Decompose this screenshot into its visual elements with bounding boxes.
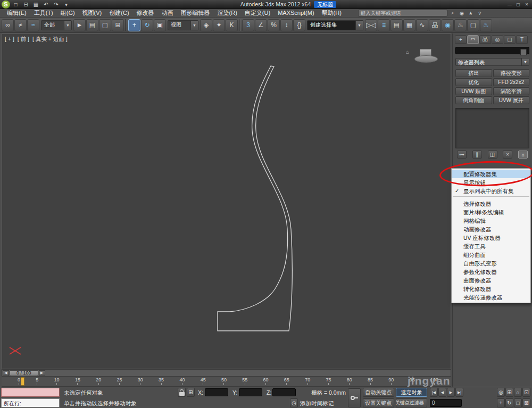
help-icon[interactable]: ?: [476, 10, 484, 16]
zoom-extents-icon[interactable]: ⌂: [514, 388, 522, 397]
spline-object[interactable]: [218, 66, 292, 331]
rendered-frame-window-icon[interactable]: ▢: [467, 19, 479, 31]
percent-snap-icon[interactable]: %: [268, 19, 280, 31]
select-and-move-icon[interactable]: +: [128, 19, 140, 31]
maximize-viewport-icon[interactable]: ⊠: [522, 398, 530, 407]
key-filters-button[interactable]: 关键点过滤器...: [396, 398, 427, 407]
menu-item[interactable]: 视图(V): [79, 9, 106, 17]
schematic-view-icon[interactable]: 品: [429, 19, 441, 31]
modifier-button[interactable]: 挤出: [455, 69, 492, 77]
absolute-relative-mode-icon[interactable]: ⊞: [187, 388, 195, 397]
zoom-all-icon[interactable]: ⊞: [505, 388, 513, 397]
menu-item[interactable]: 组(G): [57, 9, 79, 17]
create-tab[interactable]: +: [455, 35, 467, 44]
modifier-list-dropdown[interactable]: 修改器列表 ▼: [455, 58, 529, 66]
curve-editor-icon[interactable]: ∿: [416, 19, 428, 31]
context-menu-item[interactable]: 显示按钮: [452, 178, 530, 187]
macro-recorder-field[interactable]: [1, 388, 60, 397]
angle-snap-icon[interactable]: ∠: [255, 19, 267, 31]
context-menu-item[interactable]: 转化修改器: [452, 285, 530, 293]
maxscript-listener-field[interactable]: 所在行:: [1, 398, 60, 407]
select-object-icon[interactable]: ►: [73, 19, 86, 31]
communication-center-icon[interactable]: ◉: [458, 10, 466, 16]
layer-manager-icon[interactable]: ▤: [390, 19, 403, 31]
show-end-result-icon[interactable]: ∥: [472, 151, 482, 159]
rectangular-selection-region-icon[interactable]: ▢: [99, 19, 111, 31]
modifier-button[interactable]: 倒角剖面: [455, 96, 492, 104]
menu-item[interactable]: 自定义(U): [241, 9, 274, 17]
window-crossing-icon[interactable]: ⊞: [112, 19, 124, 31]
track-ruler[interactable]: 0 5 10 15 20 25 30 35 40 45 50 55: [2, 377, 451, 387]
unlink-selection-icon[interactable]: ≠: [14, 19, 27, 31]
select-and-manipulate-icon[interactable]: ✦: [213, 19, 225, 31]
display-tab[interactable]: ▢: [504, 35, 516, 44]
select-and-link-icon[interactable]: ∞: [2, 19, 14, 31]
viewport-shading-menu[interactable]: [ 真实 + 边面 ]: [32, 36, 68, 43]
context-menu-item[interactable]: 参数化修改器: [452, 268, 530, 276]
material-editor-icon[interactable]: ◉: [442, 19, 454, 31]
menu-item[interactable]: 渲染(R): [214, 9, 241, 17]
current-time-field[interactable]: [430, 399, 462, 407]
set-key-button[interactable]: 设置关键点: [363, 398, 394, 407]
modifier-button[interactable]: 涡轮平滑: [493, 87, 530, 95]
viewport-general-menu[interactable]: [ + ]: [5, 36, 14, 43]
viewport-pov-menu[interactable]: [ 前 ]: [18, 36, 29, 43]
hierarchy-tab[interactable]: 品: [479, 35, 491, 44]
select-by-name-icon[interactable]: ▤: [86, 19, 98, 31]
named-selection-sets-dropdown[interactable]: 创建选择集 ▼: [307, 20, 363, 30]
keyboard-shortcut-override-icon[interactable]: K: [226, 19, 238, 31]
context-menu-item[interactable]: UV 座标修改器: [452, 234, 530, 242]
context-menu-item[interactable]: 选择修改器: [452, 199, 530, 208]
menu-item[interactable]: 创建(C): [105, 9, 132, 17]
context-menu-item[interactable]: 光能传递修改器: [452, 293, 530, 302]
context-menu-item[interactable]: 曲面修改器: [452, 276, 530, 285]
modifier-button[interactable]: UVW 贴图: [455, 87, 492, 95]
spinner-snap-icon[interactable]: ↕: [280, 19, 293, 31]
context-menu-item[interactable]: 配置修改器集: [452, 170, 530, 178]
configure-modifier-sets-icon[interactable]: ☼: [518, 151, 528, 159]
go-to-start-icon[interactable]: |◀: [430, 388, 438, 397]
close-button[interactable]: ✕: [523, 1, 530, 7]
search-icon[interactable]: ⌕: [449, 10, 456, 16]
redo-icon[interactable]: ↷: [52, 1, 61, 8]
undo-icon[interactable]: ↶: [41, 1, 51, 8]
render-production-icon[interactable]: ♨: [480, 19, 492, 31]
time-slider-handle[interactable]: 0 / 100: [10, 370, 38, 376]
menu-item[interactable]: 图形编辑器: [177, 9, 214, 17]
context-menu-item[interactable]: 细分曲面: [452, 251, 530, 259]
play-icon[interactable]: ▶: [447, 388, 455, 397]
modifier-button[interactable]: 优化: [455, 78, 492, 86]
make-unique-icon[interactable]: ◫: [488, 151, 497, 159]
favorites-icon[interactable]: ★: [467, 10, 475, 16]
menu-item[interactable]: 编辑(E): [3, 9, 30, 17]
select-and-rotate-icon[interactable]: ↻: [141, 19, 153, 31]
time-slider-prev-icon[interactable]: ◀: [3, 370, 9, 376]
viewcube[interactable]: ⌂: [413, 48, 439, 67]
viewport-canvas[interactable]: [2, 34, 451, 369]
pin-stack-icon[interactable]: ⊶: [457, 151, 467, 159]
viewcube-home-icon[interactable]: ⌂: [406, 49, 409, 55]
context-menu-item[interactable]: 动画修改器: [452, 225, 530, 234]
y-coordinate-field[interactable]: [239, 388, 262, 396]
context-menu-item[interactable]: 面片/样条线编辑: [452, 208, 530, 217]
selected-object-dropdown[interactable]: 选定对象: [396, 388, 427, 397]
set-key-mode-button[interactable]: [348, 388, 361, 407]
prev-frame-icon[interactable]: ◀: [438, 388, 446, 397]
menu-item[interactable]: 帮助(H): [318, 9, 345, 17]
bind-to-space-warp-icon[interactable]: ≈: [27, 19, 39, 31]
reference-coordinate-system-dropdown[interactable]: 视图 ▼: [168, 20, 198, 30]
render-setup-icon[interactable]: ♨: [454, 19, 467, 31]
time-position-marker[interactable]: [21, 377, 24, 386]
z-coordinate-field[interactable]: [272, 388, 296, 396]
modifier-button[interactable]: FFD 2x2x2: [493, 78, 530, 86]
remove-modifier-icon[interactable]: ×: [503, 151, 512, 159]
pan-icon[interactable]: +: [497, 398, 505, 407]
menu-item[interactable]: 工具(T): [30, 9, 57, 17]
modifier-button[interactable]: 路径变形: [493, 69, 530, 77]
maximize-button[interactable]: ▢: [514, 1, 522, 7]
context-menu-item[interactable]: [453, 196, 529, 198]
workspace-dropdown-icon[interactable]: ▾: [62, 1, 71, 8]
zoom-icon[interactable]: ◎: [497, 388, 505, 397]
menu-item[interactable]: 修改器: [133, 9, 158, 17]
utilities-tab[interactable]: T: [516, 35, 528, 44]
